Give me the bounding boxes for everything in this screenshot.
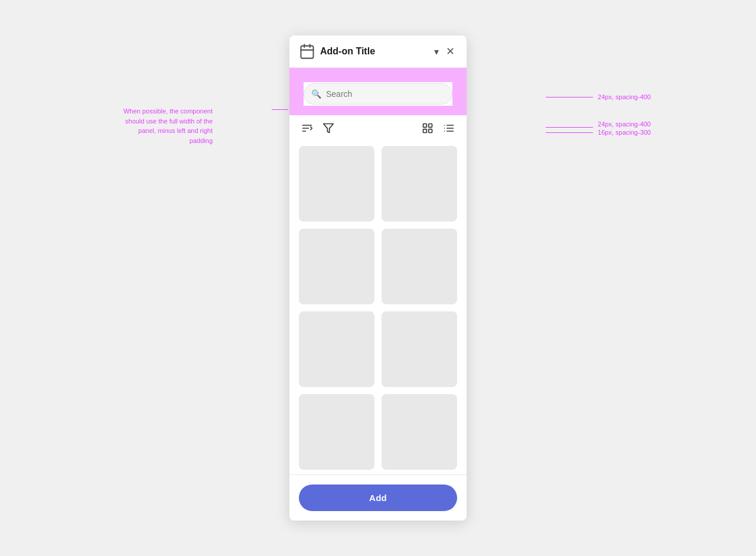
toolbar-left: [299, 120, 337, 136]
spacing-band-top: [289, 68, 467, 82]
annotation-line-bot: [546, 132, 593, 133]
grid-content: [289, 141, 467, 474]
grid-card-7[interactable]: [299, 394, 374, 470]
toolbar: [289, 115, 467, 141]
grid-card-8[interactable]: [382, 394, 457, 470]
annotation-left: When possible, the component should use …: [118, 106, 213, 145]
annotation-label-top: 24px, spacing-400: [598, 93, 651, 100]
svg-marker-7: [324, 124, 334, 133]
page-container: When possible, the component should use …: [0, 0, 756, 556]
annotation-line-mid: [546, 127, 593, 128]
panel-header: Add-on Title ▾ ✕: [289, 35, 467, 68]
close-button[interactable]: ✕: [444, 43, 457, 60]
svg-rect-8: [423, 124, 427, 128]
search-input[interactable]: [326, 89, 445, 99]
grid-card-1[interactable]: [299, 146, 374, 222]
list-icon: [443, 122, 455, 134]
svg-rect-0: [301, 46, 314, 58]
grid-card-2[interactable]: [382, 146, 457, 222]
calendar-icon: [299, 43, 315, 60]
chevron-down-button[interactable]: ▾: [432, 44, 441, 60]
add-button[interactable]: Add: [299, 485, 457, 511]
grid-view-button[interactable]: [419, 120, 436, 136]
panel: Add-on Title ▾ ✕ 🔍: [289, 35, 467, 521]
annotation-label-mid: 24px, spacing-400: [598, 121, 651, 128]
annotation-label-bot: 16px, spacing-300: [598, 129, 651, 136]
grid-icon: [422, 122, 434, 134]
spacing-band-bottom: [289, 106, 467, 115]
sort-icon: [301, 122, 313, 134]
annotation-bot-row: 16px, spacing-300: [546, 128, 651, 137]
sort-button[interactable]: [299, 120, 315, 136]
panel-footer: Add: [289, 474, 467, 521]
panel-title: Add-on Title: [320, 46, 432, 57]
toolbar-right: [419, 120, 457, 136]
search-band-left: [289, 82, 304, 106]
chevron-down-icon: ▾: [434, 47, 439, 57]
grid-card-4[interactable]: [382, 229, 457, 304]
filter-button[interactable]: [320, 120, 337, 136]
svg-rect-11: [429, 129, 432, 133]
svg-rect-10: [423, 129, 427, 133]
annotation-left-text: When possible, the component should use …: [123, 108, 213, 144]
annotation-mid-row: 24px, spacing-400: [546, 104, 651, 128]
svg-rect-9: [429, 124, 432, 128]
search-icon: 🔍: [311, 89, 321, 99]
search-row: 🔍: [289, 82, 467, 106]
grid-card-6[interactable]: [382, 311, 457, 387]
search-input-wrap[interactable]: 🔍: [304, 83, 452, 105]
search-band-right: [452, 82, 467, 106]
filter-icon: [322, 122, 334, 134]
grid-card-3[interactable]: [299, 229, 374, 304]
grid-card-5[interactable]: [299, 311, 374, 387]
list-view-button[interactable]: [441, 120, 457, 136]
annotation-line-left: [272, 109, 288, 110]
annotation-top-row: 24px, spacing-400: [546, 90, 651, 104]
annotation-line-top: [546, 97, 593, 97]
close-icon: ✕: [446, 45, 455, 57]
annotations-right: 24px, spacing-400 24px, spacing-400 16px…: [546, 90, 651, 137]
